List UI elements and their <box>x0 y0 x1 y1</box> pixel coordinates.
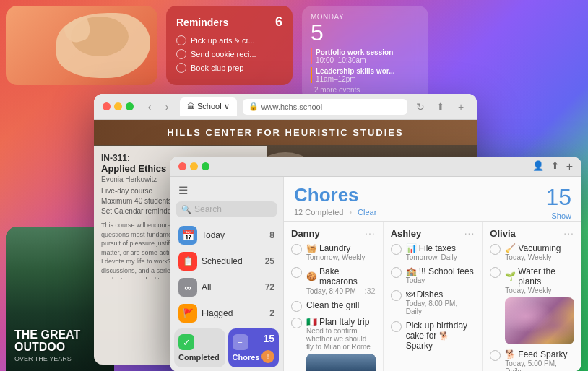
task-laundry: 🧺 Laundry Tomorrow, Weekly <box>291 243 376 261</box>
task-content-laundry: 🧺 Laundry Tomorrow, Weekly <box>306 243 376 261</box>
chores-completed-label: 12 Completed <box>294 208 344 217</box>
reminder-circle-1 <box>176 35 186 45</box>
flagged-icon: 🚩 <box>178 304 197 323</box>
search-bar[interactable]: 🔍 Search <box>176 201 277 217</box>
task-sub-italy: Need to confirm whether we should fly to… <box>306 327 376 351</box>
address-bar[interactable]: 🔒 www.hchs.school <box>243 99 407 115</box>
reminder-text-2: Send cookie reci... <box>191 50 256 58</box>
close-button[interactable] <box>178 162 186 170</box>
flower-image <box>505 297 574 344</box>
task-title-plants: 🌱 Water the plants <box>505 266 574 287</box>
olivia-menu[interactable]: ··· <box>563 227 574 239</box>
task-content-plants: 🌱 Water the plants Today, Weekly <box>505 266 574 344</box>
ashley-menu[interactable]: ··· <box>464 227 475 239</box>
ashley-column: Ashley ··· 📊 File taxes Tomorrow, Daily <box>384 222 483 371</box>
reminder-item-2: Send cookie reci... <box>176 49 282 59</box>
smart-list-all[interactable]: ∞ All 72 <box>174 275 279 300</box>
danny-name: Danny <box>291 228 320 239</box>
clear-button[interactable]: Clear <box>358 208 376 217</box>
back-button[interactable]: ‹ <box>142 100 157 114</box>
chores-meta: 12 Completed • Clear <box>294 208 571 217</box>
task-circle-macarons[interactable] <box>291 267 302 278</box>
reminders-widget-count: 6 <box>275 14 282 30</box>
task-content-sparky: 🐕 Feed Sparky Today, 5:00 PM, Daily <box>505 349 574 371</box>
flagged-count: 2 <box>269 308 274 318</box>
task-circle-plants[interactable] <box>490 267 501 278</box>
scheduled-label: Scheduled <box>202 256 265 266</box>
completed-icon: ✓ <box>178 334 194 350</box>
smart-list-scheduled[interactable]: 📋 Scheduled 25 <box>174 249 279 274</box>
scheduled-icon: 📋 <box>178 252 197 271</box>
add-reminder-button[interactable]: + <box>566 160 573 173</box>
tl-green[interactable] <box>126 102 134 110</box>
dog-card <box>6 6 157 85</box>
calendar-event-1: Portfolio work session 10:00–10:30am <box>311 48 420 64</box>
task-title-schoolfees: 🏫 !!! School fees <box>406 266 475 276</box>
smart-list-flagged[interactable]: 🚩 Flagged 2 <box>174 301 279 326</box>
task-circle-vacuuming[interactable] <box>490 244 501 255</box>
task-macarons: 🍪 Bake macarons Today, 8:40 PM :32 <box>291 266 376 295</box>
task-circle-schoolfees[interactable] <box>391 267 402 278</box>
task-sub-taxes: Tomorrow, Daily <box>406 253 475 261</box>
flagged-label: Flagged <box>202 308 269 318</box>
person-icon[interactable]: 👤 <box>532 160 544 173</box>
task-sparky: 🐕 Feed Sparky Today, 5:00 PM, Daily <box>490 349 574 371</box>
chores-icon: ≡ <box>233 334 248 350</box>
tl-red[interactable] <box>103 102 111 110</box>
task-circle-italy[interactable] <box>291 318 302 328</box>
danny-menu[interactable]: ··· <box>365 227 376 239</box>
calendar-event-2: Leadership skills wor... 11am–12pm <box>311 67 420 83</box>
chores-notification: ! <box>261 350 274 363</box>
chores-title: Chores <box>294 184 571 206</box>
fullscreen-button[interactable] <box>202 162 209 170</box>
new-tab-button[interactable]: + <box>454 100 468 114</box>
reminders-widget: Reminders 6 Pick up arts & cr... Send co… <box>166 6 293 85</box>
task-vacuuming: 🧹 Vacuuming Today, Weekly <box>490 243 574 261</box>
olivia-column: Olivia ··· 🧹 Vacuuming Today, Weekly <box>483 222 581 371</box>
all-count: 72 <box>265 282 274 292</box>
reminder-text-1: Pick up arts & cr... <box>191 36 255 45</box>
task-dishes: 🍽 Dishes Today, 8:00 PM, Daily <box>391 289 475 315</box>
today-icon: 📅 <box>178 226 197 245</box>
all-icon: ∞ <box>178 278 197 297</box>
task-sub-plants: Today, Weekly <box>505 287 574 294</box>
task-title-laundry: 🧺 Laundry <box>306 243 376 253</box>
task-circle-laundry[interactable] <box>291 244 302 255</box>
task-content-vacuuming: 🧹 Vacuuming Today, Weekly <box>505 243 574 261</box>
outdoor-subtitle: OVER THE YEARS <box>14 355 105 362</box>
task-sub-vacuuming: Today, Weekly <box>505 253 574 261</box>
all-label: All <box>202 282 265 292</box>
reminder-item-3: Book club prep <box>176 63 282 73</box>
task-grill: Clean the grill <box>291 300 376 312</box>
task-circle-grill[interactable] <box>291 301 302 312</box>
share-button[interactable]: ⬆ <box>433 100 448 114</box>
school-header: HILLS CENTER FOR HEURISTIC STUDIES <box>94 120 477 145</box>
smart-list-today[interactable]: 📅 Today 8 <box>174 223 279 248</box>
smart-list-chores[interactable]: ≡ Chores 15 ! <box>228 328 280 367</box>
forward-button[interactable]: › <box>160 100 174 114</box>
task-circle-dishes[interactable] <box>391 290 402 301</box>
tl-yellow[interactable] <box>114 102 122 110</box>
refresh-button[interactable]: ↻ <box>413 100 428 114</box>
share-icon[interactable]: ⬆ <box>551 160 559 173</box>
task-title-grill: Clean the grill <box>306 300 376 310</box>
chores-show-button[interactable]: Show <box>551 211 571 220</box>
chores-columns: Danny ··· 🧺 Laundry Tomorrow, Weekly <box>284 222 581 371</box>
task-sub-sparky: Today, 5:00 PM, Daily <box>505 359 574 371</box>
task-content-grill: Clean the grill <box>306 300 376 310</box>
browser-tab[interactable]: 🏛 School ∨ <box>180 97 237 116</box>
task-circle-sparky[interactable] <box>490 350 501 361</box>
smart-list-completed[interactable]: ✓ Completed <box>174 328 225 367</box>
tab-label: School ∨ <box>197 102 230 111</box>
chores-total-count: 15 <box>545 184 571 211</box>
task-circle-taxes[interactable] <box>391 244 402 255</box>
reminder-text-3: Book club prep <box>191 64 243 72</box>
task-circle-cake[interactable] <box>391 321 402 332</box>
task-italy: 🇮🇹 Plan Italy trip Need to confirm wheth… <box>291 317 376 371</box>
scheduled-count: 25 <box>265 256 274 266</box>
minimize-button[interactable] <box>190 162 198 170</box>
task-title-sparky: 🐕 Feed Sparky <box>505 349 574 359</box>
browser-toolbar: ‹ › 🏛 School ∨ 🔒 www.hchs.school ↻ ⬆ + <box>94 94 477 120</box>
hamburger-icon[interactable]: ☰ <box>178 184 188 196</box>
task-title-macarons: 🍪 Bake macarons <box>306 266 376 287</box>
